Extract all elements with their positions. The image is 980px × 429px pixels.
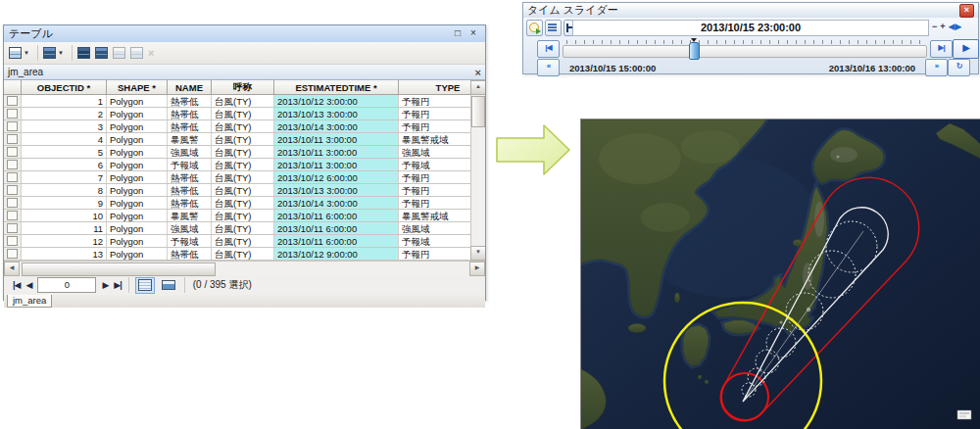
- cell[interactable]: 2013/10/13 9:00:00: [274, 261, 399, 262]
- row-selector[interactable]: [4, 159, 22, 171]
- column-header[interactable]: ESTIMATEDTIME *: [274, 81, 399, 95]
- cell[interactable]: Polygon: [107, 159, 168, 171]
- row-selector[interactable]: [4, 197, 22, 210]
- close-icon[interactable]: ×: [475, 67, 481, 78]
- cell[interactable]: 2013/10/13 3:00:00: [274, 184, 399, 197]
- cell[interactable]: 2013/10/11 6:00:00: [274, 235, 399, 248]
- current-time-display[interactable]: 2013/10/15 23:00:00: [572, 20, 929, 36]
- scroll-up-icon[interactable]: ▲: [470, 80, 485, 95]
- column-header[interactable]: [4, 81, 22, 95]
- record-number-input[interactable]: 0: [37, 277, 96, 293]
- cell[interactable]: 台風(TY): [212, 159, 274, 171]
- cell[interactable]: 熱帯低: [168, 171, 212, 184]
- restore-icon[interactable]: □: [451, 27, 465, 40]
- cell[interactable]: 熱帯低: [168, 248, 212, 261]
- switch-selection-button[interactable]: [94, 44, 109, 62]
- cell[interactable]: 5: [22, 146, 107, 159]
- delete-selected-button[interactable]: ×: [147, 44, 155, 62]
- cell[interactable]: 熱帯低: [168, 261, 212, 262]
- cell[interactable]: Polygon: [107, 95, 168, 108]
- cell[interactable]: 2013/10/14 3:00:00: [274, 120, 399, 133]
- time-settings-button[interactable]: ↻: [948, 59, 970, 76]
- scroll-down-icon[interactable]: ▼: [470, 246, 485, 261]
- cell[interactable]: 暴風警: [168, 210, 212, 222]
- cell[interactable]: Polygon: [107, 248, 168, 261]
- step-to-end-button[interactable]: ▶|: [930, 40, 953, 58]
- cell[interactable]: 熱帯低: [168, 95, 212, 108]
- row-selector[interactable]: [4, 120, 22, 133]
- cell[interactable]: 6: [22, 159, 107, 171]
- horizontal-scrollbar[interactable]: ◀ ▶: [4, 261, 485, 275]
- vertical-scrollbar[interactable]: ▲ ▼: [470, 80, 485, 261]
- tab-jm-area[interactable]: jm_area: [7, 295, 52, 308]
- time-list-icon[interactable]: [545, 20, 562, 36]
- cell[interactable]: 強風域: [168, 146, 212, 159]
- next-record-button[interactable]: ▶: [102, 280, 108, 290]
- cell[interactable]: 熱帯低: [168, 108, 212, 120]
- cell[interactable]: 10: [22, 210, 107, 222]
- cell[interactable]: 2013/10/11 6:00:00: [274, 210, 399, 222]
- cell[interactable]: 2013/10/11 6:00:00: [274, 222, 399, 235]
- row-selector[interactable]: [4, 133, 22, 146]
- column-header[interactable]: OBJECTID *: [22, 81, 107, 95]
- cell[interactable]: Polygon: [107, 184, 168, 197]
- time-slider-thumb[interactable]: [689, 42, 700, 60]
- previous-record-button[interactable]: ◀: [25, 280, 31, 290]
- cell[interactable]: Polygon: [107, 171, 168, 184]
- cell[interactable]: 台風(TY): [212, 248, 274, 261]
- related-tables-button[interactable]: ▼: [42, 44, 65, 62]
- step-to-start-button[interactable]: |◀: [537, 40, 560, 58]
- cell[interactable]: 3: [22, 120, 107, 133]
- cell[interactable]: Polygon: [107, 120, 168, 133]
- cell[interactable]: 2013/10/12 9:00:00: [274, 248, 399, 261]
- row-selector[interactable]: [4, 184, 22, 197]
- cell[interactable]: 台風(TY): [212, 171, 274, 184]
- cell[interactable]: 2013/10/14 3:00:00: [274, 197, 399, 210]
- cell[interactable]: 台風(TY): [212, 197, 274, 210]
- cell[interactable]: 台風(TY): [212, 146, 274, 159]
- cell[interactable]: 2: [22, 108, 107, 120]
- cell[interactable]: 7: [22, 171, 107, 184]
- first-record-button[interactable]: |◀: [13, 280, 20, 290]
- play-button[interactable]: ▶: [953, 39, 979, 59]
- map-view[interactable]: [580, 119, 980, 429]
- cell[interactable]: 台風(TY): [212, 184, 274, 197]
- close-icon[interactable]: ×: [959, 4, 974, 18]
- cell[interactable]: 熱帯低: [168, 184, 212, 197]
- time-track[interactable]: [563, 39, 927, 59]
- cell[interactable]: 熱帯低: [168, 120, 212, 133]
- close-icon[interactable]: ×: [466, 27, 480, 40]
- scroll-right-icon[interactable]: ▶: [469, 262, 485, 276]
- cell[interactable]: 2013/10/11 3:00:00: [274, 159, 399, 171]
- cell[interactable]: Polygon: [107, 197, 168, 210]
- cell[interactable]: 1: [22, 95, 107, 108]
- cell[interactable]: Polygon: [107, 210, 168, 222]
- cell[interactable]: 8: [22, 184, 107, 197]
- zoom-to-selected-button[interactable]: [129, 44, 144, 62]
- vertical-scroll-thumb[interactable]: [471, 96, 485, 127]
- time-options-icon[interactable]: [526, 20, 543, 36]
- row-selector[interactable]: [4, 108, 22, 120]
- cell[interactable]: 2013/10/12 3:00:00: [274, 95, 399, 108]
- step-forward-button[interactable]: »: [925, 59, 948, 76]
- row-selector[interactable]: [4, 222, 22, 235]
- cell[interactable]: 暴風警: [168, 133, 212, 146]
- cell[interactable]: 12: [22, 235, 107, 248]
- cell[interactable]: 4: [22, 133, 107, 146]
- cell[interactable]: 台風(TY): [212, 120, 274, 133]
- cell[interactable]: Polygon: [107, 235, 168, 248]
- collapse-icon[interactable]: ◀▶: [949, 22, 962, 31]
- cell[interactable]: 2013/10/13 3:00:00: [274, 108, 399, 120]
- zoom-out-icon[interactable]: −: [932, 22, 937, 31]
- row-selector[interactable]: [4, 248, 22, 261]
- cell[interactable]: 2013/10/11 3:00:00: [274, 133, 399, 146]
- cell[interactable]: Polygon: [107, 133, 168, 146]
- cell[interactable]: 14: [22, 261, 107, 262]
- column-header[interactable]: SHAPE *: [107, 81, 168, 95]
- cell[interactable]: 予報域: [168, 235, 212, 248]
- horizontal-scroll-thumb[interactable]: [22, 262, 216, 276]
- show-all-records-button[interactable]: [135, 277, 155, 294]
- column-header[interactable]: NAME: [168, 81, 212, 95]
- step-back-button[interactable]: «: [537, 59, 560, 76]
- row-selector[interactable]: [4, 95, 22, 108]
